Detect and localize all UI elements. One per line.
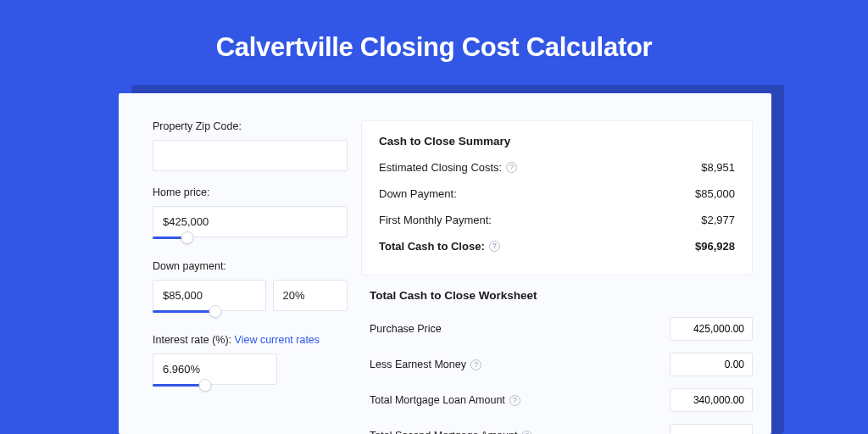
summary-row-total: Total Cash to Close: ? $96,928: [379, 240, 735, 253]
interest-rate-input[interactable]: [153, 353, 277, 385]
worksheet-row-purchase-price: Purchase Price: [361, 317, 753, 341]
worksheet-title: Total Cash to Close Worksheet: [370, 289, 753, 302]
summary-label: Down Payment:: [379, 187, 457, 200]
worksheet-label: Total Second Mortgage Amount: [370, 430, 517, 434]
summary-card: Cash to Close Summary Estimated Closing …: [361, 120, 753, 275]
inputs-column: Property Zip Code: Home price: Down paym…: [153, 120, 348, 434]
page-title: Calvertville Closing Cost Calculator: [0, 32, 868, 63]
help-icon[interactable]: ?: [470, 359, 481, 370]
zip-input[interactable]: [153, 140, 348, 171]
worksheet-label: Less Earnest Money: [370, 359, 466, 370]
summary-row-first-payment: First Monthly Payment: $2,977: [379, 214, 735, 226]
worksheet-label: Purchase Price: [370, 323, 442, 335]
summary-title: Cash to Close Summary: [379, 135, 735, 147]
worksheet-label: Total Mortgage Loan Amount: [370, 394, 505, 406]
summary-row-closing-costs: Estimated Closing Costs: ? $8,951: [379, 161, 735, 174]
home-price-input[interactable]: [153, 206, 348, 237]
slider-thumb[interactable]: [209, 305, 221, 318]
worksheet-row-earnest-money: Less Earnest Money ?: [361, 353, 753, 376]
summary-value: $85,000: [695, 187, 735, 200]
help-icon[interactable]: ?: [521, 431, 532, 435]
help-icon[interactable]: ?: [489, 241, 500, 252]
field-home-price: Home price:: [153, 186, 348, 245]
interest-rate-label-text: Interest rate (%):: [153, 334, 235, 346]
down-payment-slider[interactable]: [153, 310, 348, 319]
summary-label: Estimated Closing Costs:: [379, 161, 502, 174]
down-payment-input[interactable]: [153, 280, 266, 311]
help-icon[interactable]: ?: [506, 162, 517, 173]
calculator-panel: Property Zip Code: Home price: Down paym…: [119, 93, 771, 434]
worksheet-value-input[interactable]: [670, 317, 753, 341]
worksheet-row-second-mortgage: Total Second Mortgage Amount ?: [361, 424, 753, 434]
home-price-label: Home price:: [153, 186, 348, 198]
slider-track: [153, 384, 205, 387]
help-icon[interactable]: ?: [509, 395, 520, 406]
interest-rate-slider[interactable]: [153, 384, 277, 392]
interest-rate-label: Interest rate (%): View current rates: [153, 334, 348, 346]
summary-label: Total Cash to Close:: [379, 240, 485, 253]
down-payment-label: Down payment:: [153, 260, 348, 272]
summary-row-down-payment: Down Payment: $85,000: [379, 187, 735, 200]
slider-track: [153, 310, 215, 313]
worksheet-value-input[interactable]: [670, 388, 753, 412]
field-zip: Property Zip Code:: [153, 120, 348, 171]
worksheet-value-input[interactable]: [670, 424, 753, 434]
zip-label: Property Zip Code:: [153, 120, 348, 132]
slider-thumb[interactable]: [198, 379, 211, 392]
summary-value: $8,951: [701, 161, 735, 174]
summary-value: $96,928: [695, 240, 735, 253]
summary-label: First Monthly Payment:: [379, 214, 492, 226]
worksheet-value-input[interactable]: [670, 353, 753, 376]
down-payment-pct-input[interactable]: [273, 280, 348, 311]
worksheet-row-loan-amount: Total Mortgage Loan Amount ?: [361, 388, 753, 412]
field-interest-rate: Interest rate (%): View current rates: [153, 334, 348, 392]
field-down-payment: Down payment:: [153, 260, 348, 319]
home-price-slider[interactable]: [153, 236, 348, 245]
slider-thumb[interactable]: [181, 231, 194, 244]
summary-value: $2,977: [701, 214, 735, 226]
results-column: Cash to Close Summary Estimated Closing …: [361, 120, 753, 434]
view-rates-link[interactable]: View current rates: [235, 334, 320, 346]
